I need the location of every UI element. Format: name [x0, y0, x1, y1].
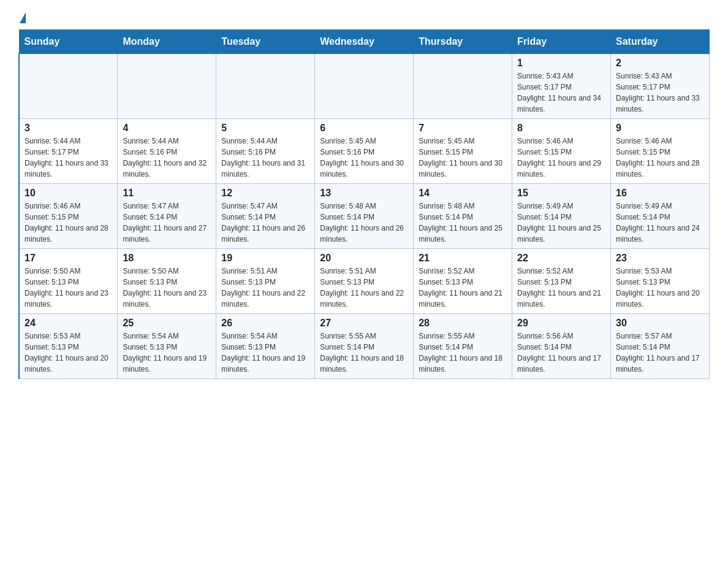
day-info: Sunrise: 5:45 AMSunset: 5:15 PMDaylight:…	[419, 136, 507, 180]
day-info: Sunrise: 5:55 AMSunset: 5:14 PMDaylight:…	[320, 331, 408, 375]
day-number: 21	[419, 253, 507, 264]
day-number: 10	[25, 188, 112, 199]
day-info: Sunrise: 5:54 AMSunset: 5:13 PMDaylight:…	[123, 331, 211, 375]
day-info: Sunrise: 5:53 AMSunset: 5:13 PMDaylight:…	[616, 266, 704, 310]
day-number: 23	[616, 253, 704, 264]
day-number: 12	[221, 188, 309, 199]
calendar-cell	[118, 54, 216, 119]
day-info: Sunrise: 5:52 AMSunset: 5:13 PMDaylight:…	[517, 266, 605, 310]
calendar-cell: 20Sunrise: 5:51 AMSunset: 5:13 PMDayligh…	[315, 249, 414, 314]
day-number: 26	[221, 318, 309, 329]
weekday-header-saturday: Saturday	[611, 30, 710, 54]
calendar-cell: 3Sunrise: 5:44 AMSunset: 5:17 PMDaylight…	[19, 119, 118, 184]
weekday-header-thursday: Thursday	[414, 30, 512, 54]
day-number: 24	[25, 318, 112, 329]
day-info: Sunrise: 5:55 AMSunset: 5:14 PMDaylight:…	[419, 331, 507, 375]
day-info: Sunrise: 5:53 AMSunset: 5:13 PMDaylight:…	[25, 331, 112, 375]
day-number: 8	[517, 123, 605, 134]
calendar-cell: 17Sunrise: 5:50 AMSunset: 5:13 PMDayligh…	[19, 249, 118, 314]
day-number: 18	[123, 253, 211, 264]
day-number: 20	[320, 253, 408, 264]
day-number: 13	[320, 188, 408, 199]
calendar-cell: 21Sunrise: 5:52 AMSunset: 5:13 PMDayligh…	[414, 249, 512, 314]
day-info: Sunrise: 5:44 AMSunset: 5:16 PMDaylight:…	[221, 136, 309, 180]
calendar-cell: 5Sunrise: 5:44 AMSunset: 5:16 PMDaylight…	[216, 119, 315, 184]
weekday-header-tuesday: Tuesday	[216, 30, 315, 54]
calendar-table: SundayMondayTuesdayWednesdayThursdayFrid…	[18, 29, 710, 379]
calendar-cell: 22Sunrise: 5:52 AMSunset: 5:13 PMDayligh…	[512, 249, 611, 314]
day-info: Sunrise: 5:48 AMSunset: 5:14 PMDaylight:…	[419, 201, 507, 245]
calendar-cell: 24Sunrise: 5:53 AMSunset: 5:13 PMDayligh…	[19, 314, 118, 379]
day-info: Sunrise: 5:43 AMSunset: 5:17 PMDaylight:…	[616, 71, 704, 115]
calendar-cell	[19, 54, 118, 119]
calendar-cell: 8Sunrise: 5:46 AMSunset: 5:15 PMDaylight…	[512, 119, 611, 184]
weekday-header-friday: Friday	[512, 30, 611, 54]
day-info: Sunrise: 5:44 AMSunset: 5:17 PMDaylight:…	[25, 136, 112, 180]
day-number: 9	[616, 123, 704, 134]
calendar-cell: 11Sunrise: 5:47 AMSunset: 5:14 PMDayligh…	[118, 184, 216, 249]
logo-triangle-icon	[20, 12, 26, 23]
day-info: Sunrise: 5:50 AMSunset: 5:13 PMDaylight:…	[25, 266, 112, 310]
calendar-cell: 6Sunrise: 5:45 AMSunset: 5:16 PMDaylight…	[315, 119, 414, 184]
logo	[18, 12, 26, 23]
day-number: 1	[517, 58, 605, 69]
calendar-cell: 10Sunrise: 5:46 AMSunset: 5:15 PMDayligh…	[19, 184, 118, 249]
day-info: Sunrise: 5:49 AMSunset: 5:14 PMDaylight:…	[517, 201, 605, 245]
weekday-header-monday: Monday	[118, 30, 216, 54]
day-info: Sunrise: 5:51 AMSunset: 5:13 PMDaylight:…	[221, 266, 309, 310]
calendar-cell: 1Sunrise: 5:43 AMSunset: 5:17 PMDaylight…	[512, 54, 611, 119]
calendar-week-1: 1Sunrise: 5:43 AMSunset: 5:17 PMDaylight…	[19, 54, 710, 119]
day-info: Sunrise: 5:52 AMSunset: 5:13 PMDaylight:…	[419, 266, 507, 310]
day-info: Sunrise: 5:46 AMSunset: 5:15 PMDaylight:…	[616, 136, 704, 180]
day-info: Sunrise: 5:51 AMSunset: 5:13 PMDaylight:…	[320, 266, 408, 310]
calendar-cell: 26Sunrise: 5:54 AMSunset: 5:13 PMDayligh…	[216, 314, 315, 379]
calendar-cell	[315, 54, 414, 119]
day-number: 3	[25, 123, 112, 134]
day-info: Sunrise: 5:49 AMSunset: 5:14 PMDaylight:…	[616, 201, 704, 245]
day-info: Sunrise: 5:43 AMSunset: 5:17 PMDaylight:…	[517, 71, 605, 115]
day-info: Sunrise: 5:47 AMSunset: 5:14 PMDaylight:…	[123, 201, 211, 245]
day-number: 29	[517, 318, 605, 329]
day-number: 4	[123, 123, 211, 134]
day-number: 25	[123, 318, 211, 329]
day-number: 22	[517, 253, 605, 264]
calendar-cell: 23Sunrise: 5:53 AMSunset: 5:13 PMDayligh…	[611, 249, 710, 314]
calendar-cell: 13Sunrise: 5:48 AMSunset: 5:14 PMDayligh…	[315, 184, 414, 249]
day-number: 27	[320, 318, 408, 329]
calendar-cell: 16Sunrise: 5:49 AMSunset: 5:14 PMDayligh…	[611, 184, 710, 249]
day-number: 15	[517, 188, 605, 199]
day-number: 16	[616, 188, 704, 199]
page-header	[18, 12, 710, 23]
day-info: Sunrise: 5:54 AMSunset: 5:13 PMDaylight:…	[221, 331, 309, 375]
calendar-week-3: 10Sunrise: 5:46 AMSunset: 5:15 PMDayligh…	[19, 184, 710, 249]
day-number: 28	[419, 318, 507, 329]
day-info: Sunrise: 5:56 AMSunset: 5:14 PMDaylight:…	[517, 331, 605, 375]
weekday-header-sunday: Sunday	[19, 30, 118, 54]
calendar-cell	[414, 54, 512, 119]
day-number: 19	[221, 253, 309, 264]
day-info: Sunrise: 5:47 AMSunset: 5:14 PMDaylight:…	[221, 201, 309, 245]
calendar-cell: 9Sunrise: 5:46 AMSunset: 5:15 PMDaylight…	[611, 119, 710, 184]
day-info: Sunrise: 5:57 AMSunset: 5:14 PMDaylight:…	[616, 331, 704, 375]
day-info: Sunrise: 5:50 AMSunset: 5:13 PMDaylight:…	[123, 266, 211, 310]
calendar-cell: 18Sunrise: 5:50 AMSunset: 5:13 PMDayligh…	[118, 249, 216, 314]
calendar-cell: 28Sunrise: 5:55 AMSunset: 5:14 PMDayligh…	[414, 314, 512, 379]
calendar-week-5: 24Sunrise: 5:53 AMSunset: 5:13 PMDayligh…	[19, 314, 710, 379]
calendar-cell: 15Sunrise: 5:49 AMSunset: 5:14 PMDayligh…	[512, 184, 611, 249]
day-number: 5	[221, 123, 309, 134]
calendar-cell: 30Sunrise: 5:57 AMSunset: 5:14 PMDayligh…	[611, 314, 710, 379]
day-number: 6	[320, 123, 408, 134]
calendar-cell: 19Sunrise: 5:51 AMSunset: 5:13 PMDayligh…	[216, 249, 315, 314]
day-info: Sunrise: 5:46 AMSunset: 5:15 PMDaylight:…	[25, 201, 112, 245]
calendar-cell: 12Sunrise: 5:47 AMSunset: 5:14 PMDayligh…	[216, 184, 315, 249]
day-number: 2	[616, 58, 704, 69]
day-info: Sunrise: 5:44 AMSunset: 5:16 PMDaylight:…	[123, 136, 211, 180]
calendar-cell	[216, 54, 315, 119]
calendar-cell: 25Sunrise: 5:54 AMSunset: 5:13 PMDayligh…	[118, 314, 216, 379]
day-info: Sunrise: 5:46 AMSunset: 5:15 PMDaylight:…	[517, 136, 605, 180]
calendar-week-2: 3Sunrise: 5:44 AMSunset: 5:17 PMDaylight…	[19, 119, 710, 184]
weekday-header-wednesday: Wednesday	[315, 30, 414, 54]
day-info: Sunrise: 5:48 AMSunset: 5:14 PMDaylight:…	[320, 201, 408, 245]
day-number: 7	[419, 123, 507, 134]
day-number: 17	[25, 253, 112, 264]
